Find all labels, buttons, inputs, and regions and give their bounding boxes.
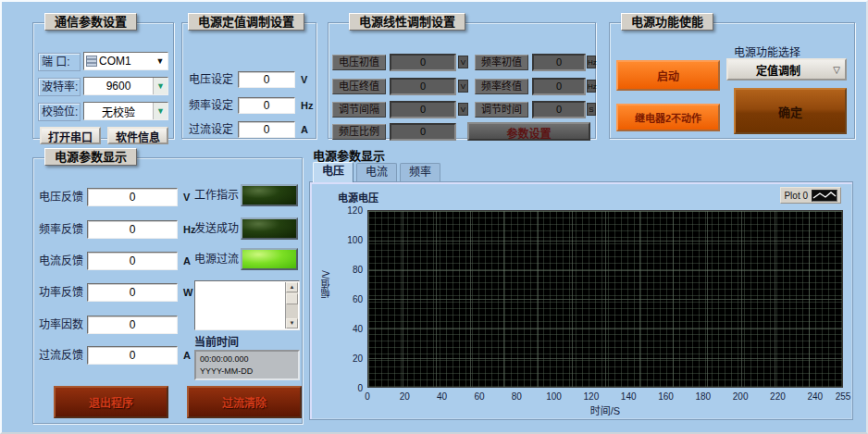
i-fb-label: 电流反馈 xyxy=(39,253,83,269)
confirm-button[interactable]: 确定 xyxy=(734,88,847,134)
scrollbar[interactable]: ▲ ▼ xyxy=(285,282,298,329)
freq-set-label: 频率设定 xyxy=(189,97,233,114)
axis-tick-label: 220 xyxy=(770,391,786,402)
port-label: 端 口: xyxy=(38,53,81,71)
relay-button[interactable]: 继电器2不动作 xyxy=(616,104,720,131)
baud-label: 波特率: xyxy=(38,78,81,96)
legend-label: Plot 0 xyxy=(784,191,808,201)
adj-time-field[interactable]: 0 xyxy=(532,101,586,118)
tab-panel: 电源电压 Plot 0 幅值/V 120100806040200 0204060… xyxy=(309,181,853,420)
v-fb-unit: V xyxy=(183,189,190,205)
group-fixed-modulation: 电源定值调制设置 电压设定 0 V 频率设定 0 Hz 过流设定 0 A xyxy=(181,22,316,139)
parity-select[interactable]: 无校验 ▼ xyxy=(83,102,168,120)
app-window: 通信参数设置 端 口: COM1 ▼ 波特率: 9600 ▼ 校验位: 无校验 … xyxy=(0,0,868,434)
group-comm-title: 通信参数设置 xyxy=(44,13,137,31)
axis-tick-label: 40 xyxy=(437,391,447,402)
start-button[interactable]: 启动 xyxy=(616,60,720,91)
p-fb-label: 功率反馈 xyxy=(39,284,83,301)
v-final-field[interactable]: 0 xyxy=(390,78,456,95)
send-ok-label: 发送成功 xyxy=(194,220,239,237)
f-init-field[interactable]: 0 xyxy=(532,54,586,71)
oc-fb-label: 过流反馈 xyxy=(39,347,83,364)
adj-interval-label: 调节间隔 xyxy=(332,102,386,118)
scrollbar-thumb[interactable] xyxy=(286,293,298,304)
tab-frequency[interactable]: 频率 xyxy=(400,163,440,181)
f-init-label: 频率初值 xyxy=(475,55,528,70)
axis-tick-label: 40 xyxy=(353,324,363,334)
f-final-field[interactable]: 0 xyxy=(532,78,586,95)
voltage-set-label: 电压设定 xyxy=(189,71,233,88)
v-fb-field: 0 xyxy=(87,188,178,206)
com-port-select[interactable]: COM1 ▼ xyxy=(83,52,168,70)
axis-tick-label: 20 xyxy=(400,391,410,402)
f-fb-field: 0 xyxy=(87,220,178,239)
axis-tick-label: 0 xyxy=(357,383,363,393)
adj-time-label: 调节时间 xyxy=(475,102,528,118)
chart-title: 电源电压 xyxy=(338,190,378,205)
axis-tick-label: 200 xyxy=(733,391,749,402)
scroll-down-icon[interactable]: ▼ xyxy=(286,318,298,329)
freq-set-field[interactable]: 0 xyxy=(238,97,295,114)
adj-interval-field[interactable]: 0 xyxy=(390,101,456,118)
parity-value: 无校验 xyxy=(84,104,153,119)
scroll-up-icon[interactable]: ▲ xyxy=(286,282,298,292)
work-indicator-label: 工作指示 xyxy=(194,187,239,204)
open-serial-button[interactable]: 打开串口 xyxy=(40,127,101,144)
axis-tick-label: 180 xyxy=(695,391,711,402)
x-axis-ticks: 020406080100120140160180200220240255 xyxy=(367,390,843,403)
port-value: COM1 xyxy=(97,55,153,68)
message-listbox[interactable]: ▲ ▼ xyxy=(194,280,300,330)
chevron-down-icon[interactable]: ▼ xyxy=(153,56,167,66)
exit-program-button[interactable]: 退出程序 xyxy=(54,386,168,418)
voltage-set-field[interactable]: 0 xyxy=(238,71,295,88)
plot-legend[interactable]: Plot 0 xyxy=(780,187,841,204)
clear-overcurrent-button[interactable]: 过流清除 xyxy=(187,386,302,418)
time-display: 00:00:00.000 YYYY-MM-DD xyxy=(194,350,300,380)
axis-tick-label: 0 xyxy=(365,391,370,402)
oc-set-field[interactable]: 0 xyxy=(238,121,295,138)
send-ok-led xyxy=(241,217,298,240)
param-set-button[interactable]: 参数设置 xyxy=(467,122,590,141)
time-value: 00:00:00.000 xyxy=(200,353,294,366)
tab-voltage[interactable]: 电压 xyxy=(313,162,353,182)
vf-ratio-field[interactable]: 0 xyxy=(390,123,456,141)
axis-tick-label: 120 xyxy=(584,391,600,402)
axis-tick-label: 120 xyxy=(347,205,363,216)
v-final-unit: V xyxy=(458,80,468,93)
chevron-down-icon[interactable]: ▼ xyxy=(153,103,167,119)
baud-select[interactable]: 9600 ▼ xyxy=(83,77,168,95)
f-fb-label: 频率反馈 xyxy=(39,221,83,238)
x-axis-label: 时间/S xyxy=(367,403,843,417)
func-select-dropdown[interactable]: 定值调制 ▽ xyxy=(726,58,847,81)
overcurrent-led xyxy=(241,248,298,270)
chevron-down-icon[interactable]: ▽ xyxy=(828,65,845,75)
axis-tick-label: 160 xyxy=(658,391,674,402)
baud-value: 9600 xyxy=(84,80,153,93)
oc-set-label: 过流设定 xyxy=(189,121,233,138)
software-info-button[interactable]: 软件信息 xyxy=(107,127,168,144)
y-axis-label: 幅值/V xyxy=(319,270,333,297)
axis-tick-label: 60 xyxy=(353,294,363,304)
axis-tick-label: 60 xyxy=(474,391,484,402)
f-final-unit: Hz xyxy=(587,80,596,93)
chevron-down-icon[interactable]: ▼ xyxy=(153,78,167,94)
axis-tick-label: 80 xyxy=(512,391,522,402)
axis-tick-label: 100 xyxy=(347,235,363,245)
v-init-label: 电压初值 xyxy=(332,55,386,70)
group-display-title: 电源参数显示 xyxy=(44,148,137,166)
tab-current[interactable]: 电流 xyxy=(356,163,397,181)
func-select-label: 电源功能选择 xyxy=(734,43,800,59)
v-init-field[interactable]: 0 xyxy=(390,54,456,71)
axis-tick-label: 240 xyxy=(807,391,823,402)
oc-set-unit: A xyxy=(301,121,308,138)
freq-set-unit: Hz xyxy=(301,97,313,114)
work-indicator-led xyxy=(241,184,298,206)
group-function-enable: 电源功能使能 启动 继电器2不动作 电源功能选择 定值调制 ▽ 确定 xyxy=(609,22,855,139)
group-fixed-title: 电源定值调制设置 xyxy=(188,13,304,31)
current-time-label: 当前时间 xyxy=(194,334,239,351)
chart-section: 电源参数显示 电压 电流 频率 电源电压 Plot 0 幅值/V 1201008… xyxy=(307,146,855,424)
f-init-unit: Hz xyxy=(587,56,596,68)
group-linear-title: 电源线性调制设置 xyxy=(349,13,465,31)
plot-area xyxy=(367,210,843,388)
group-param-display: 电源参数显示 电压反馈 0 V 频率反馈 0 Hz 电流反馈 0 A 功率反馈 … xyxy=(32,157,303,424)
